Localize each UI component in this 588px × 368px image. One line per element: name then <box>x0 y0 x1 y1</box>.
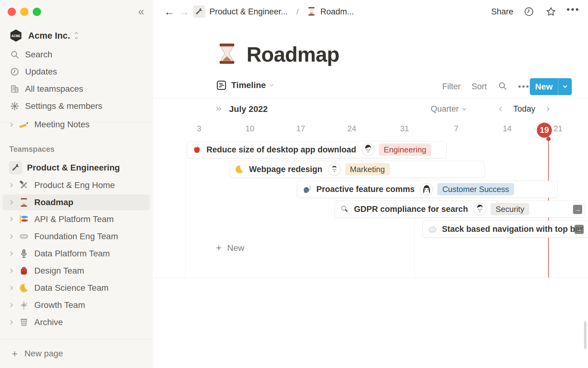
timeline-month-label: July 2022 <box>229 104 268 114</box>
more-options-icon[interactable]: ••• <box>518 82 530 91</box>
breadcrumb-item-current[interactable]: Roadm... <box>320 7 354 17</box>
sidebar-item-data-science-team[interactable]: Data Science Team <box>2 280 150 296</box>
close-window-button[interactable] <box>8 8 16 16</box>
crescent-moon-icon <box>235 165 244 174</box>
minimize-window-button[interactable] <box>20 8 28 16</box>
sidebar-collapse-icon[interactable]: « <box>138 6 144 17</box>
hourglass-icon <box>307 7 316 17</box>
sidebar-item-meeting-notes[interactable]: Meeting Notes <box>2 117 150 132</box>
magnifier-icon <box>340 205 349 214</box>
today-button[interactable]: Today <box>513 104 535 114</box>
team-tag: Marketing <box>345 163 390 175</box>
chevron-right-icon[interactable] <box>9 269 18 272</box>
window-controls <box>8 8 41 16</box>
history-clock-icon[interactable] <box>524 6 534 18</box>
teamspaces-section-header[interactable]: Teamspaces <box>9 145 55 154</box>
sidebar-item-settings[interactable]: Settings & members <box>2 98 150 114</box>
vertical-scrollbar[interactable] <box>584 321 586 349</box>
date-tick: 3 <box>190 124 208 133</box>
sidebar-item-product-engineering[interactable]: Product & Engineering <box>2 160 150 176</box>
breadcrumb-teamspace[interactable] <box>193 6 205 18</box>
chevron-right-icon[interactable] <box>9 304 18 307</box>
sidebar-item-archive[interactable]: Archive <box>2 314 150 330</box>
team-tag: Security <box>491 203 529 215</box>
team-tag: Engineering <box>379 144 431 156</box>
hourglass-icon[interactable] <box>216 43 238 66</box>
sort-button[interactable]: Sort <box>472 82 487 91</box>
plus-icon: + <box>12 348 18 360</box>
sidebar-item-api-platform-team[interactable]: API & Platform Team <box>2 211 150 227</box>
workspace-switcher[interactable]: ACME Acme Inc. <box>7 27 148 44</box>
wrench-icon <box>9 161 22 174</box>
sidebar-item-data-platform-team[interactable]: Data Platform Team <box>2 246 150 262</box>
timeline-item-stack-navigation[interactable]: Stack based navigation with top bar → <box>423 220 588 238</box>
woman-avatar <box>420 183 433 196</box>
new-item-button[interactable]: New <box>530 78 572 95</box>
filter-button[interactable]: Filter <box>442 82 461 91</box>
man-avatar <box>328 163 341 176</box>
timeline-item-gdpr-compliance[interactable]: GDPR compliance for search Security → <box>335 201 585 218</box>
wastebasket-icon <box>18 317 29 328</box>
chevron-right-icon[interactable] <box>9 184 18 187</box>
cloud-icon <box>428 224 437 234</box>
sidebar-divider <box>0 339 152 339</box>
building-icon <box>9 83 20 94</box>
page-title-block: Roadmap <box>216 42 339 66</box>
chevron-right-icon[interactable] <box>9 321 18 324</box>
sidebar-item-design-team[interactable]: Design Team <box>2 263 150 279</box>
more-options-icon[interactable]: ••• <box>567 4 580 15</box>
topbar: ← → Product & Engineer... / Roadm... Sha… <box>153 0 588 23</box>
date-tick: 10 <box>241 124 259 133</box>
open-in-peek-button[interactable]: → <box>575 225 584 234</box>
sidebar-item-growth-team[interactable]: Growth Team <box>2 297 150 313</box>
sidebar-item-search[interactable]: Search <box>2 47 150 63</box>
breadcrumb-item[interactable]: Product & Engineer... <box>209 7 288 17</box>
open-in-peek-button[interactable]: → <box>573 205 582 214</box>
man-avatar <box>362 143 375 156</box>
chevron-right-icon[interactable] <box>9 218 18 221</box>
timeline-item-webpage-redesign[interactable]: Webpage redesign Marketing <box>230 161 484 178</box>
timeline-item-proactive-feature-comms[interactable]: Proactive feature comms Customer Success <box>297 181 558 198</box>
sidebar-item-all-teamspaces[interactable]: All teamspaces <box>2 81 150 97</box>
new-page-button[interactable]: + New page <box>2 346 150 362</box>
new-button-dropdown[interactable] <box>558 86 572 87</box>
timeline-next-icon[interactable] <box>545 107 549 111</box>
date-tick: 24 <box>343 124 361 133</box>
forward-arrow-icon[interactable]: → <box>179 6 189 17</box>
timeline-zoom-select[interactable]: Quarter <box>431 104 466 114</box>
page-title[interactable]: Roadmap <box>247 42 339 66</box>
carp-streamer-icon <box>18 214 29 225</box>
sidebar-item-roadmap[interactable]: Roadmap <box>2 194 150 210</box>
maximize-window-button[interactable] <box>33 8 41 16</box>
chevron-down-icon <box>462 107 466 110</box>
sidebar-item-foundation-eng-team[interactable]: Foundation Eng Team <box>2 228 150 244</box>
chevron-right-icon[interactable] <box>9 201 18 204</box>
svg-text:ACME: ACME <box>11 34 21 38</box>
hourglass-icon <box>18 197 29 208</box>
breadcrumb-separator: / <box>296 7 299 17</box>
goggles-icon <box>18 231 29 242</box>
chevron-right-icon[interactable] <box>9 123 18 126</box>
timeline-item-reduce-size[interactable]: Reduce size of desktop app download Engi… <box>187 141 447 158</box>
sidebar-item-updates[interactable]: Updates <box>2 64 150 80</box>
chevron-right-icon[interactable] <box>9 235 18 238</box>
hammer-wrench-icon <box>18 180 29 191</box>
plus-icon: + <box>216 242 222 254</box>
wrench-icon <box>195 8 203 15</box>
chevron-right-icon[interactable] <box>9 252 18 255</box>
chevron-down-icon <box>270 82 273 86</box>
search-icon[interactable] <box>498 81 507 92</box>
date-tick: 31 <box>395 124 414 133</box>
timeline-prev-icon[interactable] <box>499 107 503 111</box>
view-switcher-timeline[interactable]: Timeline <box>216 80 273 91</box>
date-tick: 14 <box>498 124 516 133</box>
date-tick: 7 <box>447 124 466 133</box>
back-arrow-icon[interactable]: ← <box>164 6 175 17</box>
team-tag: Customer Success <box>437 183 514 195</box>
chevron-right-icon[interactable] <box>9 286 18 289</box>
sidebar-item-product-eng-home[interactable]: Product & Eng Home <box>2 177 150 193</box>
share-button[interactable]: Share <box>491 7 513 17</box>
timeline-new-row-button[interactable]: + New <box>216 242 244 254</box>
favorite-star-icon[interactable] <box>546 6 556 18</box>
expand-table-icon[interactable] <box>215 107 221 110</box>
